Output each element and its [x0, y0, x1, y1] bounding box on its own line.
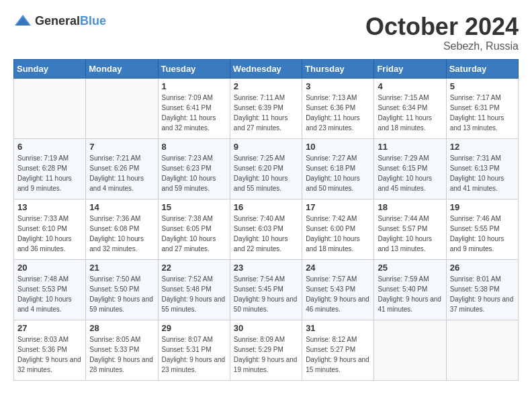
calendar-cell — [86, 78, 158, 138]
calendar-cell: 11Sunrise: 7:29 AMSunset: 6:15 PMDayligh… — [374, 138, 446, 199]
calendar-cell: 12Sunrise: 7:31 AMSunset: 6:13 PMDayligh… — [446, 138, 518, 199]
day-info: Sunrise: 7:23 AMSunset: 6:23 PMDaylight:… — [162, 153, 226, 193]
calendar-cell: 27Sunrise: 8:03 AMSunset: 5:36 PMDayligh… — [14, 320, 86, 380]
calendar-cell: 15Sunrise: 7:38 AMSunset: 6:05 PMDayligh… — [158, 199, 230, 259]
day-info: Sunrise: 8:07 AMSunset: 5:31 PMDaylight:… — [162, 334, 226, 375]
calendar-cell: 19Sunrise: 7:46 AMSunset: 5:55 PMDayligh… — [446, 199, 518, 259]
day-info: Sunrise: 7:40 AMSunset: 6:03 PMDaylight:… — [234, 214, 298, 254]
calendar-week-row: 6Sunrise: 7:19 AMSunset: 6:28 PMDaylight… — [14, 138, 519, 199]
day-number: 29 — [162, 323, 226, 333]
day-number: 6 — [17, 142, 82, 152]
day-info: Sunrise: 7:50 AMSunset: 5:50 PMDaylight:… — [89, 274, 154, 314]
calendar-cell: 20Sunrise: 7:48 AMSunset: 5:53 PMDayligh… — [14, 259, 86, 320]
day-info: Sunrise: 7:44 AMSunset: 5:57 PMDaylight:… — [378, 214, 442, 254]
day-info: Sunrise: 7:15 AMSunset: 6:34 PMDaylight:… — [378, 93, 442, 133]
day-number: 18 — [378, 202, 442, 212]
day-number: 20 — [17, 263, 82, 273]
calendar-week-row: 13Sunrise: 7:33 AMSunset: 6:10 PMDayligh… — [14, 199, 519, 259]
day-info: Sunrise: 7:17 AMSunset: 6:31 PMDaylight:… — [450, 93, 515, 133]
calendar-cell: 31Sunrise: 8:12 AMSunset: 5:27 PMDayligh… — [302, 320, 374, 380]
day-number: 17 — [306, 202, 370, 212]
month-year-title: October 2024 — [365, 13, 519, 40]
calendar-cell: 3Sunrise: 7:13 AMSunset: 6:36 PMDaylight… — [302, 78, 374, 138]
title-block: October 2024 Sebezh, Russia — [365, 13, 519, 52]
day-number: 10 — [306, 142, 370, 152]
day-number: 8 — [162, 142, 226, 152]
calendar-week-row: 20Sunrise: 7:48 AMSunset: 5:53 PMDayligh… — [14, 259, 519, 320]
day-number: 21 — [89, 263, 154, 273]
calendar-week-row: 27Sunrise: 8:03 AMSunset: 5:36 PMDayligh… — [14, 320, 519, 380]
day-info: Sunrise: 7:29 AMSunset: 6:15 PMDaylight:… — [378, 153, 442, 193]
day-info: Sunrise: 8:05 AMSunset: 5:33 PMDaylight:… — [89, 334, 154, 375]
calendar-cell: 22Sunrise: 7:52 AMSunset: 5:48 PMDayligh… — [158, 259, 230, 320]
day-number: 7 — [89, 142, 154, 152]
day-info: Sunrise: 8:01 AMSunset: 5:38 PMDaylight:… — [450, 274, 515, 314]
day-info: Sunrise: 7:38 AMSunset: 6:05 PMDaylight:… — [162, 214, 226, 254]
location-subtitle: Sebezh, Russia — [365, 40, 519, 52]
calendar-cell: 2Sunrise: 7:11 AMSunset: 6:39 PMDaylight… — [230, 78, 302, 138]
day-number: 1 — [162, 81, 226, 91]
calendar-cell — [14, 78, 86, 138]
weekday-header-thursday: Thursday — [302, 59, 374, 78]
day-info: Sunrise: 7:59 AMSunset: 5:40 PMDaylight:… — [378, 274, 442, 314]
weekday-header-monday: Monday — [86, 59, 158, 78]
day-number: 13 — [17, 202, 82, 212]
day-info: Sunrise: 7:09 AMSunset: 6:41 PMDaylight:… — [162, 93, 226, 133]
day-number: 27 — [17, 323, 82, 333]
day-number: 5 — [450, 81, 515, 91]
calendar-cell — [446, 320, 518, 380]
day-number: 24 — [306, 263, 370, 273]
day-number: 23 — [234, 263, 298, 273]
day-number: 9 — [234, 142, 298, 152]
calendar-week-row: 1Sunrise: 7:09 AMSunset: 6:41 PMDaylight… — [14, 78, 519, 138]
day-info: Sunrise: 8:12 AMSunset: 5:27 PMDaylight:… — [306, 334, 370, 375]
day-number: 30 — [234, 323, 298, 333]
calendar-cell: 14Sunrise: 7:36 AMSunset: 6:08 PMDayligh… — [86, 199, 158, 259]
calendar-cell: 24Sunrise: 7:57 AMSunset: 5:43 PMDayligh… — [302, 259, 374, 320]
calendar-cell: 10Sunrise: 7:27 AMSunset: 6:18 PMDayligh… — [302, 138, 374, 199]
day-info: Sunrise: 7:36 AMSunset: 6:08 PMDaylight:… — [89, 214, 154, 254]
day-info: Sunrise: 7:52 AMSunset: 5:48 PMDaylight:… — [162, 274, 226, 314]
day-number: 4 — [378, 81, 442, 91]
day-info: Sunrise: 7:25 AMSunset: 6:20 PMDaylight:… — [234, 153, 298, 193]
day-number: 26 — [450, 263, 515, 273]
calendar-cell: 28Sunrise: 8:05 AMSunset: 5:33 PMDayligh… — [86, 320, 158, 380]
day-number: 2 — [234, 81, 298, 91]
calendar-cell: 8Sunrise: 7:23 AMSunset: 6:23 PMDaylight… — [158, 138, 230, 199]
calendar-cell: 29Sunrise: 8:07 AMSunset: 5:31 PMDayligh… — [158, 320, 230, 380]
day-info: Sunrise: 7:42 AMSunset: 6:00 PMDaylight:… — [306, 214, 370, 254]
calendar-cell: 13Sunrise: 7:33 AMSunset: 6:10 PMDayligh… — [14, 199, 86, 259]
day-number: 3 — [306, 81, 370, 91]
calendar-table: SundayMondayTuesdayWednesdayThursdayFrid… — [13, 59, 519, 381]
weekday-header-saturday: Saturday — [446, 59, 518, 78]
day-info: Sunrise: 8:09 AMSunset: 5:29 PMDaylight:… — [234, 334, 298, 375]
logo: GeneralBlue — [13, 13, 106, 28]
page-header: GeneralBlue October 2024 Sebezh, Russia — [13, 13, 519, 52]
calendar-cell: 26Sunrise: 8:01 AMSunset: 5:38 PMDayligh… — [446, 259, 518, 320]
calendar-cell: 16Sunrise: 7:40 AMSunset: 6:03 PMDayligh… — [230, 199, 302, 259]
weekday-header-tuesday: Tuesday — [158, 59, 230, 78]
calendar-cell — [374, 320, 446, 380]
day-info: Sunrise: 7:31 AMSunset: 6:13 PMDaylight:… — [450, 153, 515, 193]
day-info: Sunrise: 7:57 AMSunset: 5:43 PMDaylight:… — [306, 274, 370, 314]
calendar-cell: 21Sunrise: 7:50 AMSunset: 5:50 PMDayligh… — [86, 259, 158, 320]
day-info: Sunrise: 7:13 AMSunset: 6:36 PMDaylight:… — [306, 93, 370, 133]
day-number: 19 — [450, 202, 515, 212]
weekday-header-wednesday: Wednesday — [230, 59, 302, 78]
day-info: Sunrise: 7:46 AMSunset: 5:55 PMDaylight:… — [450, 214, 515, 254]
calendar-header-row: SundayMondayTuesdayWednesdayThursdayFrid… — [14, 59, 519, 78]
day-info: Sunrise: 7:19 AMSunset: 6:28 PMDaylight:… — [17, 153, 82, 193]
calendar-cell: 18Sunrise: 7:44 AMSunset: 5:57 PMDayligh… — [374, 199, 446, 259]
day-info: Sunrise: 7:11 AMSunset: 6:39 PMDaylight:… — [234, 93, 298, 133]
day-number: 14 — [89, 202, 154, 212]
day-number: 15 — [162, 202, 226, 212]
calendar-cell: 5Sunrise: 7:17 AMSunset: 6:31 PMDaylight… — [446, 78, 518, 138]
logo-general-text: General — [35, 14, 80, 28]
day-number: 11 — [378, 142, 442, 152]
calendar-cell: 23Sunrise: 7:54 AMSunset: 5:45 PMDayligh… — [230, 259, 302, 320]
calendar-cell: 4Sunrise: 7:15 AMSunset: 6:34 PMDaylight… — [374, 78, 446, 138]
day-number: 12 — [450, 142, 515, 152]
day-info: Sunrise: 7:48 AMSunset: 5:53 PMDaylight:… — [17, 274, 82, 314]
calendar-cell: 1Sunrise: 7:09 AMSunset: 6:41 PMDaylight… — [158, 78, 230, 138]
calendar-cell: 30Sunrise: 8:09 AMSunset: 5:29 PMDayligh… — [230, 320, 302, 380]
